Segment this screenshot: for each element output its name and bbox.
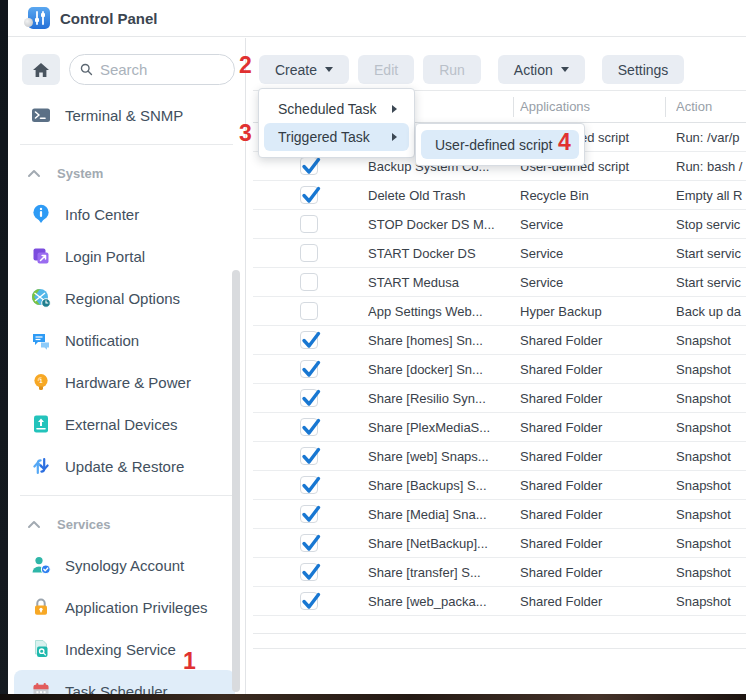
task-scheduler-icon <box>31 681 51 694</box>
sidebar-item-label: Indexing Service <box>65 641 176 658</box>
table-row[interactable]: Share [Resilio Syn...Shared FolderSnapsh… <box>253 384 746 413</box>
menu-item-scheduled-task[interactable]: Scheduled Task <box>264 95 409 123</box>
sidebar-item-task-scheduler[interactable]: Task Scheduler <box>14 670 235 694</box>
sidebar-item-terminal-snmp[interactable]: Terminal & SNMP <box>14 94 235 136</box>
task-name-cell: App Settings Web... <box>368 304 520 319</box>
column-header-applications[interactable]: Applications <box>520 99 665 114</box>
checkbox-checked[interactable] <box>300 476 318 494</box>
chevron-up-icon <box>27 517 41 532</box>
checkbox-cell <box>300 273 321 291</box>
checkbox-checked[interactable] <box>300 563 318 581</box>
edit-button[interactable]: Edit <box>358 55 414 84</box>
action-cell: Snapshot <box>676 391 746 406</box>
search-input[interactable] <box>100 61 224 78</box>
checkbox-checked[interactable] <box>300 592 318 610</box>
table-row[interactable]: START MedusaServiceStart servic <box>253 268 746 297</box>
sidebar-item-external-devices[interactable]: External Devices <box>14 403 235 445</box>
button-label: Action <box>514 62 553 78</box>
external-devices-icon <box>31 414 51 434</box>
run-button[interactable]: Run <box>423 55 481 84</box>
checkbox-checked[interactable] <box>300 360 318 378</box>
sidebar-item-regional-options[interactable]: Regional Options <box>14 277 235 319</box>
application-cell: Shared Folder <box>520 449 665 464</box>
task-name-cell: Share [NetBackup]... <box>368 536 520 551</box>
action-cell: Snapshot <box>676 333 746 348</box>
table-row[interactable]: STOP Docker DS M...ServiceStop servic <box>253 210 746 239</box>
checkbox-checked[interactable] <box>300 534 318 552</box>
search-box[interactable] <box>69 54 235 85</box>
sidebar-item-synology-account[interactable]: Synology Account <box>14 544 235 586</box>
regional-options-icon <box>31 288 51 308</box>
application-cell: Shared Folder <box>520 420 665 435</box>
checkbox-cell <box>300 505 321 523</box>
checkbox-cell <box>300 389 321 407</box>
sidebar-item-application-privileges[interactable]: Application Privileges <box>14 586 235 628</box>
action-cell: Run: /var/p <box>676 130 746 145</box>
login-portal-icon <box>31 246 51 266</box>
table-row[interactable]: App Settings Web...Hyper BackupBack up d… <box>253 297 746 326</box>
sidebar-section-system[interactable]: System <box>8 153 245 193</box>
table-row[interactable]: Share [Backups] S...Shared FolderSnapsho… <box>253 471 746 500</box>
action-button[interactable]: Action <box>498 55 585 84</box>
table-row[interactable]: Share [homes] Sn...Shared FolderSnapshot <box>253 326 746 355</box>
sidebar-item-indexing-service[interactable]: Indexing Service <box>14 628 235 670</box>
checkbox-checked[interactable] <box>300 418 318 436</box>
table-row[interactable]: Share [Media] Sna...Shared FolderSnapsho… <box>253 500 746 529</box>
annotation-4: 4 <box>558 131 571 154</box>
application-cell: Shared Folder <box>520 565 665 580</box>
checkbox-cell <box>300 563 321 581</box>
menu-item-triggered-task[interactable]: Triggered Task <box>264 123 409 151</box>
application-cell: Service <box>520 275 665 290</box>
checkbox-checked[interactable] <box>300 505 318 523</box>
column-header-action[interactable]: Action <box>676 99 746 114</box>
task-name-cell: Share [PlexMediaS... <box>368 420 520 435</box>
table-row[interactable]: Share [PlexMediaS...Shared FolderSnapsho… <box>253 413 746 442</box>
task-name-cell: Delete Old Trash <box>368 188 520 203</box>
header-separator <box>665 97 666 117</box>
table-row[interactable]: Share [docker] Sn...Shared FolderSnapsho… <box>253 355 746 384</box>
sidebar-item-notification[interactable]: Notification <box>14 319 235 361</box>
sidebar-item-label: Task Scheduler <box>65 683 168 695</box>
sidebar-section-services[interactable]: Services <box>8 504 245 544</box>
checkbox-checked[interactable] <box>300 186 318 204</box>
task-name-cell: Share [homes] Sn... <box>368 333 520 348</box>
checkbox-unchecked[interactable] <box>300 215 318 233</box>
checkbox-checked[interactable] <box>300 389 318 407</box>
search-icon <box>80 62 93 77</box>
annotation-3: 3 <box>239 122 252 145</box>
checkbox-cell <box>300 215 321 233</box>
submenu-item-user-defined-script[interactable]: User-defined script <box>421 130 579 159</box>
table-row[interactable]: START Docker DSServiceStart servic <box>253 239 746 268</box>
create-button[interactable]: Create <box>259 55 349 84</box>
action-cell: Empty all R <box>676 188 746 203</box>
sidebar-item-hardware-power[interactable]: 1Hardware & Power <box>14 361 235 403</box>
action-cell: Run: bash / <box>676 159 746 174</box>
info-center-icon <box>31 204 51 224</box>
caret-down-icon <box>561 67 569 72</box>
checkbox-checked[interactable] <box>300 157 318 175</box>
action-cell: Stop servic <box>676 217 746 232</box>
sidebar-item-login-portal[interactable]: Login Portal <box>14 235 235 277</box>
task-name-cell: Share [web] Snaps... <box>368 449 520 464</box>
checkbox-unchecked[interactable] <box>300 273 318 291</box>
indexing-service-icon <box>31 639 51 659</box>
notification-icon <box>31 330 51 350</box>
checkbox-unchecked[interactable] <box>300 244 318 262</box>
checkbox-checked[interactable] <box>300 331 318 349</box>
checkbox-checked[interactable] <box>300 447 318 465</box>
sidebar-item-update-restore[interactable]: Update & Restore <box>14 445 235 487</box>
home-button[interactable] <box>22 54 60 85</box>
task-table: ApplicationsActionUser-defined scriptRun… <box>253 90 746 616</box>
table-row[interactable]: Delete Old TrashRecycle BinEmpty all R <box>253 181 746 210</box>
checkbox-unchecked[interactable] <box>300 302 318 320</box>
sidebar-item-label: Application Privileges <box>65 599 208 616</box>
create-dropdown-menu: Scheduled TaskTriggered Task <box>258 88 415 158</box>
sidebar-scrollbar[interactable] <box>232 270 240 692</box>
table-row[interactable]: Share [web_packa...Shared FolderSnapshot <box>253 587 746 616</box>
settings-button[interactable]: Settings <box>602 55 685 84</box>
table-row[interactable]: Share [transfer] S...Shared FolderSnapsh… <box>253 558 746 587</box>
menu-item-label: Scheduled Task <box>278 101 377 117</box>
table-row[interactable]: Share [web] Snaps...Shared FolderSnapsho… <box>253 442 746 471</box>
table-row[interactable]: Share [NetBackup]...Shared FolderSnapsho… <box>253 529 746 558</box>
sidebar-item-info-center[interactable]: Info Center <box>14 193 235 235</box>
